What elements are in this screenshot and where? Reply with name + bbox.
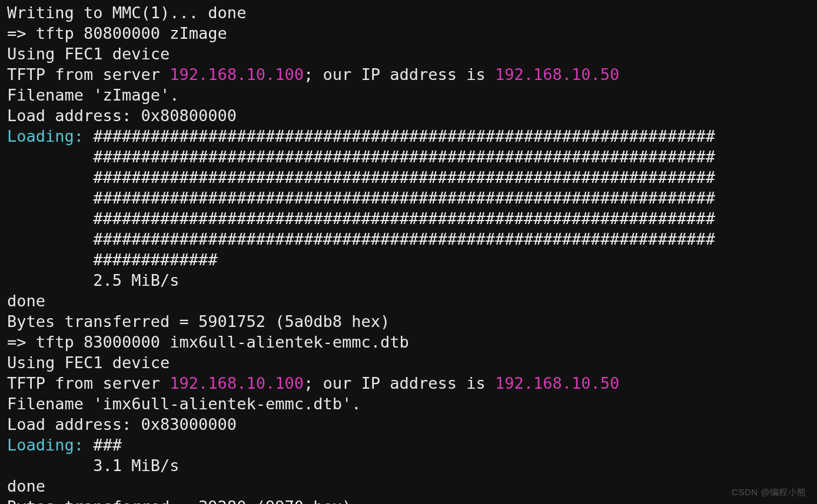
filename-1: Filename 'zImage'.	[7, 86, 180, 104]
uboot-command-1: => tftp 80800000 zImage	[7, 24, 227, 42]
filename-2: Filename 'imx6ull-alientek-emmc.dtb'.	[7, 395, 361, 413]
uboot-command-2: => tftp 83000000 imx6ull-alientek-emmc.d…	[7, 333, 409, 351]
progress-hash: #############	[93, 251, 217, 269]
bytes-transferred-1: Bytes transferred = 5901752 (5a0db8 hex)	[7, 312, 390, 331]
terminal-output: Writing to MMC(1)... done => tftp 808000…	[0, 0, 817, 504]
using-device-1: Using FEC1 device	[7, 45, 170, 63]
done-1: done	[7, 292, 45, 310]
loading-label-2: Loading:	[7, 436, 84, 454]
client-ip-1: 192.168.10.50	[495, 65, 619, 84]
server-ip-1: 192.168.10.100	[170, 65, 304, 84]
progress-hash: ########################################…	[93, 189, 715, 207]
watermark: CSDN @编程小熊	[732, 487, 806, 498]
tftp-line-2: TFTP from server 192.168.10.100; our IP …	[7, 374, 619, 392]
transfer-speed-1: 2.5 MiB/s	[93, 271, 179, 289]
load-address-2: Load address: 0x83000000	[7, 415, 237, 433]
bytes-transferred-2: Bytes transferred = 39280 (9970 hex)	[7, 498, 351, 504]
progress-hash: ########################################…	[93, 127, 715, 145]
load-address-1: Load address: 0x80800000	[7, 106, 237, 125]
line-cut: Writing to MMC(1)... done	[7, 4, 246, 22]
client-ip-2: 192.168.10.50	[495, 374, 619, 392]
tftp-line-1: TFTP from server 192.168.10.100; our IP …	[7, 65, 619, 84]
using-device-2: Using FEC1 device	[7, 353, 170, 372]
progress-hash: ########################################…	[93, 148, 715, 166]
progress-hash: ########################################…	[93, 230, 715, 248]
transfer-speed-2: 3.1 MiB/s	[93, 456, 179, 475]
server-ip-2: 192.168.10.100	[170, 374, 304, 392]
progress-hash: ########################################…	[93, 209, 715, 228]
loading-label-1: Loading:	[7, 127, 84, 145]
done-2: done	[7, 477, 45, 495]
progress-hash: ###	[93, 436, 122, 454]
progress-hash: ########################################…	[93, 168, 715, 186]
